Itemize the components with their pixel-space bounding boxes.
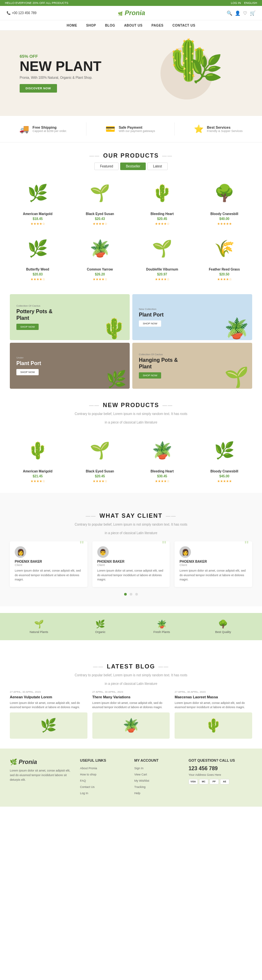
footer-link-login[interactable]: Log In: [80, 791, 128, 795]
tab-latest[interactable]: Latest: [147, 162, 167, 170]
blog-post-title-3: Maecenas Laoreet Massa: [175, 695, 252, 699]
product-card-3: 🌵 Bleeding Heart $20.45 ★★★★☆: [134, 177, 190, 226]
footer-useful-links: Useful Links About Pronia How to shop FA…: [80, 758, 128, 797]
feature-payment-title: Safe Payment: [118, 126, 155, 129]
feature-service-title: Best Services: [207, 126, 243, 129]
wishlist-icon[interactable]: ♡: [243, 11, 247, 16]
our-products-section: OUR PRODUCTS Featured Bestseller Latest …: [0, 143, 262, 291]
dot-3[interactable]: [135, 593, 138, 595]
new-product-price-1: $21.45: [10, 474, 65, 478]
reviewer-role-1: Client: [15, 563, 82, 567]
blog-date-2: 27 APRIL, 30 APRIL, 2023: [92, 690, 170, 694]
blog-post-1: 27 APRIL, 30 APRIL, 2023 Aenean Vulputat…: [10, 690, 87, 739]
cart-icon[interactable]: 🛒: [250, 11, 256, 16]
footer-link-about[interactable]: About Pronia: [80, 765, 128, 770]
hero-plants: 🌵 🌿: [151, 44, 223, 103]
reviewer-name-3: PHOENIX BAKER: [180, 560, 247, 563]
blog-sub2: in a piece of classical Latin literature: [10, 682, 252, 686]
new-product-price-2: $20.45: [72, 474, 128, 478]
nav-blog[interactable]: BLOG: [105, 24, 115, 27]
new-product-img-1: 🌵: [10, 434, 65, 467]
product-name-2: Black Eyed Susan: [72, 212, 128, 216]
product-img-3: 🌵: [134, 177, 190, 210]
footer-account-cart[interactable]: View Cart: [134, 772, 182, 776]
product-name-1: American Marigold: [10, 212, 65, 216]
new-product-card-2: 🌱 Black Eyed Susan $20.45 ★★★★☆: [72, 434, 128, 483]
language-select[interactable]: ENGLISH: [244, 1, 257, 5]
nav-shop[interactable]: SHOP: [86, 24, 96, 27]
product-img-2: 🌱: [72, 177, 128, 210]
reviewer-role-2: Client: [97, 563, 165, 567]
collection-pottery-text: Collection Of Cactus Pottery Pots &Plant…: [16, 304, 52, 329]
testimonial-1: " 👩 PHOENIX BAKER Client Lorem ipsum dol…: [10, 541, 87, 587]
footer-logo-text: Pronia: [19, 759, 37, 765]
footer-link-faq[interactable]: FAQ: [80, 778, 128, 783]
products-grid: 🌿 American Marigold $18.45 ★★★★☆ 🌱 Black…: [0, 177, 262, 291]
product-stars-2: ★★★★☆: [72, 222, 128, 226]
collection-plant-port-text: New Collection Plant Port SHOP NOW: [139, 308, 164, 327]
product-name-4: Bloody Cranesbill: [197, 212, 252, 216]
footer-account-wishlist[interactable]: My Wishlist: [134, 778, 182, 783]
collection-plant-port-title: Plant Port: [139, 312, 164, 318]
tab-bestseller[interactable]: Bestseller: [120, 162, 146, 170]
avatar-1: 👩: [15, 546, 26, 558]
blog-sub: Contrary to popular belief, Lorem ipsum …: [10, 673, 252, 677]
collection-plant-port-btn[interactable]: SHOP NOW: [139, 320, 161, 327]
top-bar: HELLO EVERYONE 20% OFF ALL PRODUCTS LOG …: [0, 0, 262, 6]
hero-discount: 65% OFF: [20, 54, 131, 59]
footer-account-tracking[interactable]: Tracking: [134, 784, 182, 789]
product-price-3: $20.45: [134, 217, 190, 221]
footer-link-shop[interactable]: How to shop: [80, 772, 128, 776]
blog-post-img-1: 🌿: [10, 713, 87, 739]
review-text-1: Lorem ipsum dolor sit amet, conse adipis…: [15, 569, 82, 582]
nav-contact[interactable]: CONTACT US: [173, 24, 196, 27]
product-card-5: 🌿 Butterfly Weed $20.83 ★★★★☆: [10, 232, 65, 281]
footer-contact-heading: Got Question? Call Us: [189, 758, 252, 762]
collection-hanging-btn[interactable]: SHOP NOW: [139, 372, 161, 379]
nav-home[interactable]: HOME: [67, 24, 77, 27]
nav-pages[interactable]: PAGES: [151, 24, 163, 27]
collection-pottery-pots: Collection Of Cactus Pottery Pots &Plant…: [10, 294, 130, 340]
logo[interactable]: 🌿 Pronia: [118, 9, 145, 17]
footer-phone: 123 456 789: [189, 765, 252, 772]
footer-link-contact[interactable]: Contact Us: [80, 784, 128, 789]
feature-service-text: Best Services Friendly & Supper Services: [207, 126, 243, 133]
phone-icon: 📞: [6, 11, 11, 15]
collection-plant-port-dark-title: Plant Port: [16, 360, 41, 366]
blog-section: LATEST BLOG Contrary to popular belief, …: [0, 647, 262, 749]
new-product-card-1: 🌵 American Marigold $21.45 ★★★★☆: [10, 434, 65, 483]
product-name-6: Common Yarrow: [72, 267, 128, 271]
blog-post-2: 27 APRIL, 30 APRIL, 2023 There Many Vari…: [92, 690, 170, 739]
blog-date-3: 27 APRIL, 30 APRIL, 2023: [175, 690, 252, 694]
payment-icon: 💳: [106, 124, 115, 134]
feature-shipping-sub: Capped at $299 per order.: [32, 129, 67, 133]
dot-1[interactable]: [124, 593, 127, 595]
collection-plant-port-blue: New Collection Plant Port SHOP NOW 🪴: [132, 294, 252, 340]
service-icon: ⭐: [194, 124, 204, 134]
user-icon[interactable]: 👤: [235, 11, 240, 16]
dot-2[interactable]: [130, 593, 132, 595]
search-icon[interactable]: 🔍: [227, 11, 232, 16]
collection-plant-port-dark-text: Under Plant Port SHOP NOW: [16, 356, 41, 375]
footer-useful-heading: Useful Links: [80, 758, 128, 762]
product-stars-1: ★★★★☆: [10, 222, 65, 226]
footer-account-signin[interactable]: Sign In: [134, 765, 182, 770]
new-product-card-4: 🌿 Bloody Cranesbill $45.00 ★★★★★: [197, 434, 252, 483]
collection-plant-port-dark-btn[interactable]: SHOP NOW: [16, 369, 39, 375]
footer-account-help[interactable]: Help: [134, 791, 182, 795]
login-link[interactable]: LOG IN: [231, 1, 241, 5]
new-product-stars-4: ★★★★★: [197, 479, 252, 483]
collection-pottery-btn[interactable]: SHOP NOW: [16, 324, 39, 330]
stat-label-1: Natural Plants: [10, 630, 68, 634]
stat-1: 🌱 Natural Plants: [10, 619, 68, 634]
product-price-7: $20.97: [134, 272, 190, 276]
header-phone: 📞 +00 123 456 789: [6, 11, 36, 15]
payment-ae: AE: [220, 779, 229, 784]
top-bar-right: LOG IN ENGLISH: [231, 1, 257, 5]
tab-featured[interactable]: Featured: [94, 162, 118, 170]
product-name-8: Feather Reed Grass: [197, 267, 252, 271]
nav-about[interactable]: ABOUT US: [124, 24, 142, 27]
hero-cta-button[interactable]: DISCOVER NOW: [20, 84, 57, 92]
new-product-stars-1: ★★★★☆: [10, 479, 65, 483]
product-price-8: $20.50: [197, 272, 252, 276]
